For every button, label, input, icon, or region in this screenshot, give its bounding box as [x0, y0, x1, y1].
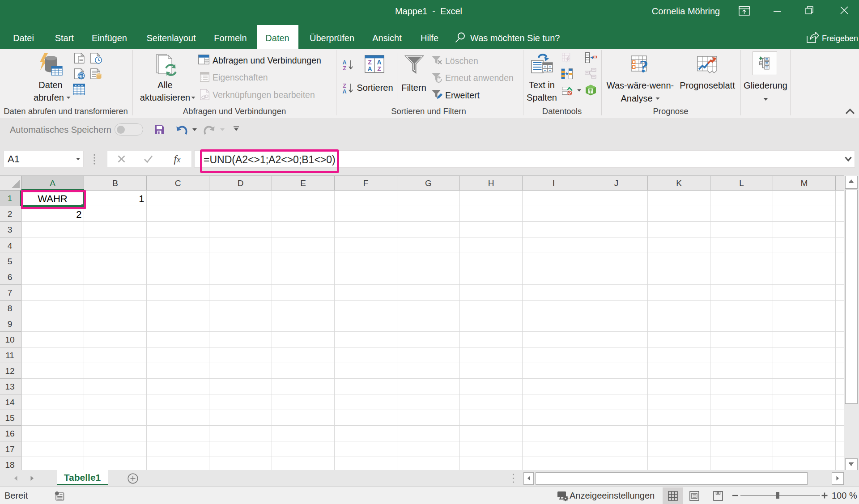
svg-text:15: 15 — [5, 413, 14, 423]
svg-text:Z: Z — [377, 65, 381, 72]
svg-text:Z: Z — [368, 59, 372, 66]
svg-text:B: B — [112, 178, 118, 188]
svg-text:Z: Z — [343, 65, 346, 72]
svg-text:2: 2 — [76, 209, 81, 220]
svg-text:H: H — [488, 178, 494, 188]
svg-text:A: A — [342, 59, 346, 66]
svg-text:A: A — [50, 178, 55, 188]
svg-text:F: F — [363, 178, 369, 188]
svg-text:11: 11 — [5, 351, 14, 360]
svg-text:G: G — [425, 178, 432, 188]
svg-text:12: 12 — [5, 366, 14, 376]
svg-text:M: M — [801, 178, 808, 188]
svg-text:8: 8 — [8, 304, 13, 313]
svg-text:13: 13 — [5, 382, 14, 391]
svg-text:1: 1 — [8, 194, 13, 203]
svg-text:E: E — [300, 178, 306, 188]
svg-text:?: ? — [639, 56, 648, 76]
svg-text:7: 7 — [8, 288, 13, 297]
svg-text:2: 2 — [8, 209, 13, 219]
svg-text:14: 14 — [5, 398, 15, 407]
svg-text:18: 18 — [5, 460, 14, 470]
svg-text:A: A — [367, 65, 372, 72]
svg-text:A: A — [377, 59, 381, 66]
svg-text:Z: Z — [343, 83, 346, 89]
svg-text:4: 4 — [8, 241, 13, 250]
svg-text:17: 17 — [5, 445, 14, 454]
svg-text:I: I — [553, 178, 555, 188]
svg-text:C: C — [175, 178, 181, 188]
svg-text:9: 9 — [8, 319, 13, 329]
svg-text:K: K — [676, 178, 682, 188]
svg-text:A: A — [342, 89, 346, 95]
svg-text:16: 16 — [5, 429, 14, 438]
svg-text:5: 5 — [8, 257, 13, 266]
svg-text:3: 3 — [8, 225, 13, 234]
svg-text:J: J — [614, 178, 619, 188]
svg-text:D: D — [238, 178, 244, 188]
svg-text:6: 6 — [8, 272, 13, 282]
svg-text:1: 1 — [139, 193, 144, 204]
svg-text:L: L — [739, 178, 744, 188]
svg-text:10: 10 — [5, 335, 14, 344]
